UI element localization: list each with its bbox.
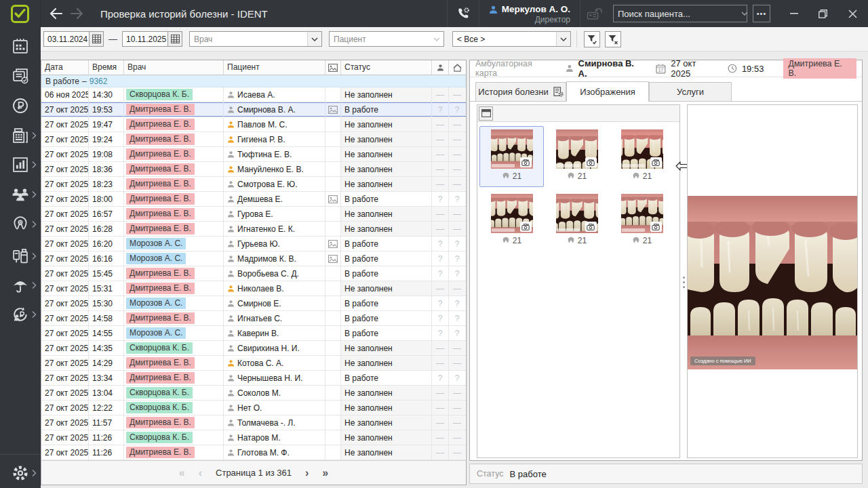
forward-button[interactable] <box>66 0 87 27</box>
sidebar-item-medical-records[interactable] <box>0 62 41 89</box>
table-row[interactable]: 27 окт 2025 19:53 Дмитриева Е. В. Смирно… <box>41 102 466 117</box>
sidebar-item-payments[interactable] <box>0 92 41 119</box>
col-header-patient[interactable]: Пациент <box>224 60 326 75</box>
doctor-filter-select[interactable]: Врач <box>189 31 322 47</box>
table-row[interactable]: 27 окт 2025 19:08 Дмитриева Е. В. Тюфтин… <box>41 147 466 162</box>
table-row[interactable]: 27 окт 2025 18:00 Дмитриева Е. В. Демшев… <box>41 192 466 207</box>
patient-name: Толмачева -. Л. <box>237 418 296 428</box>
cell-time: 16:57 <box>89 207 124 221</box>
table-row[interactable]: 27 окт 2025 14:29 Дмитриева Е. В. Котова… <box>41 356 466 371</box>
photo-thumbnail[interactable]: 21 <box>479 190 544 251</box>
apply-filter-button[interactable] <box>584 31 600 47</box>
photo-thumbnail[interactable]: 21 <box>545 190 609 251</box>
patient-name: Мануйленко Е. В. <box>237 165 304 174</box>
panel-splitter[interactable] <box>681 102 687 455</box>
restore-button[interactable] <box>808 0 837 27</box>
table-row[interactable]: 27 окт 2025 16:28 Дмитриева Е. В. Игнате… <box>41 222 466 237</box>
table-row[interactable]: 27 окт 2025 13:34 Дмитриева Е. В. Черныш… <box>41 371 466 386</box>
cell-date: 27 окт 2025 <box>41 192 89 206</box>
table-row[interactable]: 27 окт 2025 13:04 Скворцова К. Б. Соколо… <box>41 386 466 401</box>
sidebar-item-settings[interactable] <box>0 460 41 487</box>
prev-page-button[interactable]: ‹ <box>199 468 202 479</box>
col-header-patient-flag[interactable] <box>432 60 449 75</box>
table-row[interactable]: 27 окт 2025 11:26 Скворцова К. Б. Натаро… <box>41 430 466 445</box>
table-row[interactable]: 27 окт 2025 12:22 Скворцова К. Б. Нет О.… <box>41 401 466 415</box>
sidebar-item-salary[interactable] <box>0 301 41 328</box>
sidebar-item-cash-register[interactable] <box>0 122 41 149</box>
table-row[interactable]: 27 окт 2025 11:57 Дмитриева Е. В. Толмач… <box>41 415 466 430</box>
image-viewer-panel[interactable]: Создано с помощью ИИ <box>687 104 858 458</box>
table-row[interactable]: 27 окт 2025 18:36 Дмитриева Е. В. Мануйл… <box>41 162 466 177</box>
reports-chart-icon <box>11 155 30 174</box>
group-row[interactable]: В работе – 9362 <box>41 75 466 87</box>
table-row[interactable]: 27 окт 2025 14:55 Морозов А. С. Каверин … <box>41 326 466 341</box>
col-header-images[interactable] <box>326 60 341 75</box>
cell-status: В работе <box>341 326 432 340</box>
col-header-status[interactable]: Статус <box>341 60 432 75</box>
current-user[interactable]: Меркулов А. О. Директор <box>479 2 580 26</box>
minimize-button[interactable] <box>780 0 808 27</box>
card-patient-name[interactable]: Смирнова В. А. <box>578 58 645 79</box>
photo-thumbnail[interactable]: 21 <box>545 126 609 187</box>
patient-filter-select[interactable]: Пациент <box>329 31 444 47</box>
patient-icon <box>227 389 235 397</box>
scope-filter-select[interactable]: < Все > <box>452 31 571 47</box>
tab-services[interactable]: Услуги <box>649 82 732 101</box>
date-from-input[interactable] <box>43 31 90 47</box>
last-page-button[interactable]: » <box>322 468 328 479</box>
table-row[interactable]: 06 ноя 2025 14:30 Скворцова К. Б. Исаева… <box>41 87 466 102</box>
cell-date: 27 окт 2025 <box>41 326 89 340</box>
photo-thumbnail[interactable]: 21 <box>479 126 544 187</box>
search-dropdown-button[interactable] <box>741 5 748 22</box>
col-header-home-flag[interactable] <box>449 60 465 75</box>
sidebar-item-reports[interactable] <box>0 151 41 178</box>
back-button[interactable] <box>46 0 66 27</box>
sidebar-item-materials[interactable] <box>0 243 41 270</box>
table-row[interactable]: 27 окт 2025 16:57 Дмитриева Е. В. Гурова… <box>41 207 466 222</box>
table-row[interactable]: 27 окт 2025 14:35 Скворцова К. Б. Свирих… <box>41 341 466 356</box>
app-logo[interactable] <box>0 0 41 27</box>
table-row[interactable]: 27 окт 2025 18:23 Дмитриева Е. В. Смотро… <box>41 177 466 192</box>
sidebar-item-dental[interactable] <box>0 211 41 238</box>
table-row[interactable]: 27 окт 2025 19:24 Дмитриева Е. В. Гигиен… <box>41 132 466 147</box>
table-row[interactable]: 27 окт 2025 16:20 Морозов А. С. Гурьева … <box>41 237 466 251</box>
doctor-badge: Скворцова К. Б. <box>126 432 193 443</box>
sidebar-item-staff[interactable] <box>0 181 41 208</box>
clear-filter-button[interactable] <box>605 31 621 47</box>
first-page-button[interactable]: « <box>179 468 185 479</box>
date-from-calendar-button[interactable] <box>90 31 104 47</box>
chevron-down-icon <box>311 37 318 41</box>
card-title: Амбулаторная карта <box>475 59 555 78</box>
table-row[interactable]: 27 окт 2025 11:26 Дмитриева Е. В. Глотов… <box>41 445 466 460</box>
more-options-button[interactable]: ••• <box>753 5 770 22</box>
date-to-calendar-button[interactable] <box>168 31 182 47</box>
table-row[interactable]: 27 окт 2025 14:58 Дмитриева Е. В. Игнать… <box>41 311 466 326</box>
table-row[interactable]: 27 окт 2025 15:31 Дмитриева Е. В. Никола… <box>41 281 466 296</box>
collapse-panel-button[interactable] <box>479 106 493 121</box>
patient-name: Гигиена Р. В. <box>237 135 285 144</box>
sidebar-item-insurance[interactable] <box>0 272 41 299</box>
table-row[interactable]: 27 окт 2025 15:45 Дмитриева Е. В. Воробь… <box>41 266 466 281</box>
patient-icon <box>227 449 235 457</box>
return-to-card-button[interactable] <box>580 0 609 27</box>
tab-images[interactable]: Изображения <box>566 81 649 102</box>
date-to-input[interactable] <box>122 31 168 47</box>
insurance-umbrella-icon <box>11 276 30 295</box>
close-button[interactable] <box>837 0 868 27</box>
photo-thumbnail[interactable]: 21 <box>610 126 674 187</box>
table-row[interactable]: 27 окт 2025 16:16 Морозов А. С. Мадримов… <box>41 251 466 266</box>
col-header-doctor[interactable]: Врач <box>124 60 224 75</box>
table-row[interactable]: 27 окт 2025 19:47 Дмитриева Е. В. Павлов… <box>41 117 466 132</box>
phone-gear-icon <box>456 6 471 21</box>
sidebar-item-schedule[interactable] <box>0 33 41 60</box>
selected-photo[interactable]: Создано с помощью ИИ <box>688 196 857 369</box>
table-row[interactable]: 27 окт 2025 15:30 Морозов А. С. Смирнов … <box>41 296 466 311</box>
cell-flag: ? <box>449 251 465 266</box>
col-header-date[interactable]: Дата <box>41 60 89 75</box>
next-page-button[interactable]: › <box>305 468 309 479</box>
col-header-time[interactable]: Время <box>89 60 124 75</box>
telephony-button[interactable] <box>448 0 479 27</box>
photo-thumbnail[interactable]: 21 <box>610 190 674 251</box>
search-input[interactable] <box>614 9 741 19</box>
tab-history[interactable]: История болезни <box>475 82 566 101</box>
